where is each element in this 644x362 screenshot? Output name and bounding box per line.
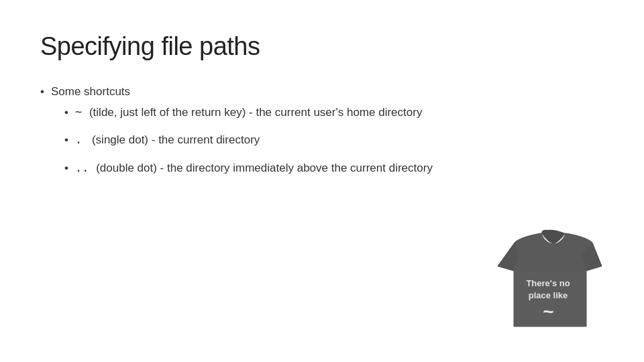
bullet-tilde-content: ~ (tilde, just left of the return key) -…	[75, 103, 422, 121]
bullet-dot: • . (single dot) - the current directory	[64, 131, 604, 149]
bullet-dotdot-text: (double dot) - the directory immediately…	[96, 162, 433, 174]
bullet-l2-dotdot-marker-dot: •	[64, 159, 68, 177]
bullet-dot-content: . (single dot) - the current directory	[75, 131, 260, 149]
bullet-dot-symbol: .	[75, 133, 82, 146]
tshirt-svg: There's no place like ~	[478, 209, 619, 350]
tshirt-tilde-symbol: ~	[543, 301, 553, 322]
bullet-dotdot: • .. (double dot) - the directory immedi…	[64, 159, 604, 177]
bullet-dotdot-content: .. (double dot) - the directory immediat…	[75, 159, 433, 177]
bullet-tilde-text: (tilde, just left of the return key) - t…	[89, 106, 422, 119]
bullet-l1-marker: •	[40, 82, 44, 101]
bullet-dotdot-symbol: ..	[75, 161, 89, 174]
tshirt-image: There's no place like ~	[478, 209, 619, 350]
bullet-l2-tilde-marker-dot: •	[64, 103, 68, 121]
slide-content: • Some shortcuts • ~ (tilde, just left o…	[40, 82, 604, 177]
bullet-l2-dot-marker-dot: •	[64, 131, 68, 149]
bullet-tilde: • ~ (tilde, just left of the return key)…	[64, 103, 604, 121]
slide-title: Specifying file paths	[40, 32, 604, 61]
bullet-l1-text: Some shortcuts	[51, 82, 130, 101]
bullet-dot-text: (single dot) - the current directory	[92, 133, 260, 146]
bullet-tilde-symbol: ~	[75, 105, 82, 119]
bullet-some-shortcuts: • Some shortcuts	[40, 82, 604, 101]
tshirt-text-line1: There's no	[526, 278, 570, 288]
slide: Specifying file paths • Some shortcuts •…	[0, 0, 644, 362]
tshirt-text-line2: place like	[529, 290, 568, 300]
